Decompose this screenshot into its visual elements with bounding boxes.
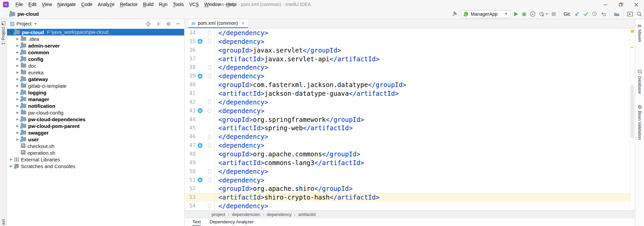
code-line-51[interactable]: 51o <dependency> (185, 176, 635, 184)
tool-stripe-project-button[interactable]: 1: Project (1, 27, 6, 45)
code-line-43[interactable]: 43o <dependency> (185, 106, 635, 115)
maven-dependency-gutter-icon[interactable]: o (198, 143, 203, 148)
menu-analyze[interactable]: Analyze (95, 0, 117, 9)
code-line-52[interactable]: 52 <groupId>org.apache.shiro</groupId> (185, 184, 635, 193)
stop-button[interactable] (552, 12, 556, 16)
tab-close-icon[interactable]: ✕ (241, 21, 245, 26)
tree-item-logging[interactable]: ▶logging (7, 89, 184, 96)
chevron-right-icon[interactable]: ▶ (15, 37, 20, 41)
menu-edit[interactable]: Edit (26, 0, 39, 9)
chevron-right-icon[interactable]: ▶ (15, 84, 20, 87)
editor-scrollbar[interactable] (630, 28, 635, 210)
chevron-right-icon[interactable]: ▶ (15, 71, 20, 74)
menu-view[interactable]: View (39, 0, 55, 9)
bottom-tab-text[interactable]: Text (193, 218, 201, 226)
tree-item-user[interactable]: ▶user (7, 136, 184, 143)
chevron-right-icon[interactable]: ▶ (15, 138, 20, 141)
chevron-right-icon[interactable]: ▶ (15, 57, 20, 61)
fold-end-icon[interactable] (208, 135, 211, 139)
close-icon[interactable] (629, 0, 644, 9)
bottom-tab-dependency-analyzer[interactable]: Dependency Analyzer (210, 218, 254, 226)
fold-end-icon[interactable] (208, 65, 211, 70)
tab-pom-xml-common[interactable]: m pom.xml (common) ✕ (188, 19, 248, 28)
fold-start-icon[interactable] (208, 39, 211, 44)
git-update-icon[interactable] (575, 11, 580, 16)
maven-dependency-gutter-icon[interactable]: o (198, 177, 203, 182)
chevron-right-icon[interactable]: ▶ (15, 51, 20, 54)
rollback-icon[interactable] (601, 12, 606, 16)
breadcrumb-item-project[interactable]: project (211, 212, 226, 217)
nav-project-item[interactable]: pw-cloud (17, 11, 39, 17)
tree-item-notification[interactable]: ▶notification (7, 102, 184, 109)
tree-item-gateway[interactable]: ▶gateway (7, 76, 184, 82)
settings-gear-icon[interactable] (166, 21, 171, 26)
search-everywhere-icon[interactable] (637, 11, 642, 17)
code-line-53[interactable]: 53 <artifactId>shiro-crypto-hash</artifa… (185, 193, 635, 202)
project-panel-title[interactable]: Project (16, 21, 32, 26)
maven-dependency-gutter-icon[interactable]: o (198, 39, 203, 44)
scrollbar-thumb[interactable] (631, 85, 634, 138)
code-line-44[interactable]: 44 <groupId>org.springframework</groupId… (185, 115, 635, 124)
warning-stripe-mark[interactable] (631, 30, 634, 33)
chevron-right-icon[interactable]: ▶ (15, 111, 20, 114)
chevron-right-icon[interactable]: ▶ (8, 158, 14, 161)
chevron-right-icon[interactable]: ▶ (15, 91, 20, 94)
minimize-icon[interactable] (598, 0, 613, 9)
code-line-40[interactable]: 40 <groupId>com.fasterxml.jackson.dataty… (185, 80, 635, 89)
maven-dependency-gutter-icon[interactable]: o (198, 108, 203, 113)
tree-item-pw-cloud-dependencies[interactable]: ▶pw-cloud-dependencies (7, 116, 184, 123)
code-line-54[interactable]: 54 </dependency> (185, 202, 635, 210)
tree-item-config[interactable]: ▶config (7, 56, 184, 62)
tree-item-scratches-and-consoles[interactable]: ▶Scratches and Consoles (7, 163, 184, 169)
menu-code[interactable]: Code (78, 0, 95, 9)
tool-windows-icon[interactable] (614, 12, 620, 16)
tree-item-manager[interactable]: ▶manager (7, 96, 184, 102)
code-editor[interactable]: 34 </dependency>35o <dependency>36 <grou… (185, 28, 635, 210)
menu-run[interactable]: Run (156, 0, 170, 9)
maven-dependency-gutter-icon[interactable]: o (198, 74, 203, 79)
fold-start-icon[interactable] (208, 108, 211, 113)
run-with-coverage-icon[interactable] (530, 11, 535, 17)
menu-file[interactable]: File (13, 0, 26, 9)
breadcrumb-item-dependency[interactable]: dependency (266, 212, 292, 217)
git-commit-icon[interactable] (583, 12, 588, 16)
tree-item-admin-server[interactable]: ▶admin-server (7, 42, 184, 49)
tree-item-pw-cloud[interactable]: ▼pw-cloudF:\java_workspace\pw-cloud (7, 29, 184, 35)
tree-item-checkout-sh[interactable]: ▶checkout.sh (7, 143, 184, 149)
tool-stripe-bean-validation-button[interactable]: Bean Validation (635, 105, 644, 140)
tree-item-pw-cloud-config[interactable]: ▶pw-cloud-config (7, 109, 184, 116)
code-line-46[interactable]: 46 </dependency> (185, 132, 635, 141)
chevron-right-icon[interactable]: ▶ (15, 131, 20, 134)
fold-start-icon[interactable] (208, 178, 211, 182)
code-line-41[interactable]: 41 <artifactId>jackson-datatype-guava</a… (185, 89, 635, 98)
menu-navigate[interactable]: Navigate (55, 0, 78, 9)
locate-file-icon[interactable] (146, 21, 151, 26)
fold-end-icon[interactable] (208, 30, 211, 35)
menu-refactor[interactable]: Refactor (117, 0, 140, 9)
chevron-right-icon[interactable]: ▶ (15, 64, 20, 67)
menu-tools[interactable]: Tools (170, 0, 186, 9)
breadcrumb-item-artifactId[interactable]: artifactId (298, 212, 316, 217)
tool-stripe-structure-button[interactable]: ure (1, 219, 6, 225)
debug-button[interactable] (522, 11, 527, 17)
code-line-37[interactable]: 37 <artifactId>javax.servlet-api</artifa… (185, 55, 635, 63)
menu-build[interactable]: Build (140, 0, 156, 9)
chevron-right-icon[interactable]: ▶ (8, 164, 14, 168)
code-line-34[interactable]: 34 </dependency> (185, 28, 635, 37)
history-clock-icon[interactable] (592, 11, 597, 16)
run-configuration-select[interactable]: ManagerApp (461, 10, 511, 18)
tree-item-eureka[interactable]: ▶eureka (7, 69, 184, 76)
fold-start-icon[interactable] (208, 143, 211, 148)
chevron-down-icon[interactable] (34, 23, 37, 25)
breadcrumb-item-dependencies[interactable]: dependencies (231, 212, 261, 217)
tool-stripe-database-button[interactable]: Database (635, 69, 644, 94)
code-line-50[interactable]: 50 </dependency> (185, 167, 635, 176)
menu-vcs[interactable]: VCS (186, 0, 202, 9)
code-line-42[interactable]: 42 </dependency> (185, 98, 635, 106)
chevron-right-icon[interactable]: ▶ (15, 44, 20, 47)
fold-end-icon[interactable] (208, 204, 211, 208)
profiler-icon[interactable] (539, 11, 548, 17)
code-line-38[interactable]: 38 </dependency> (185, 63, 635, 72)
code-line-48[interactable]: 48 <groupId>org.apache.commons</groupId> (185, 150, 635, 158)
fold-start-icon[interactable] (208, 74, 211, 78)
